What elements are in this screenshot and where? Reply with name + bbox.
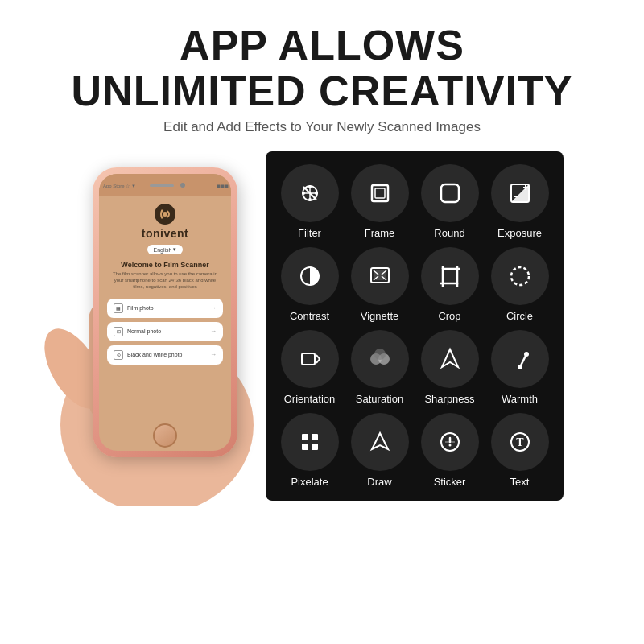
- svg-point-15: [308, 198, 312, 201]
- grid-item-frame[interactable]: Frame: [349, 164, 411, 239]
- grid-item-pixelate[interactable]: Pixelate: [279, 413, 341, 488]
- svg-rect-44: [302, 434, 308, 440]
- grid-item-vignette[interactable]: Vignette: [349, 247, 411, 322]
- menu-item-normal[interactable]: ⊡ Normal photo →: [107, 322, 223, 341]
- crop-label: Crop: [438, 310, 460, 322]
- grid-item-exposure[interactable]: Exposure: [489, 164, 551, 239]
- grid-item-contrast[interactable]: Contrast: [279, 247, 341, 322]
- svg-rect-28: [443, 269, 457, 283]
- svg-rect-18: [375, 188, 385, 198]
- grid-item-sharpness[interactable]: Sharpness: [419, 330, 481, 405]
- app-name: tonivent: [142, 227, 188, 240]
- grid-item-text[interactable]: T Text: [489, 413, 551, 488]
- content-area: App Store ☆ ▼ ◼◼◼: [0, 143, 644, 501]
- contrast-label: Contrast: [290, 310, 329, 322]
- svg-rect-17: [372, 185, 388, 201]
- home-button[interactable]: [153, 423, 177, 448]
- grid-item-saturation[interactable]: Saturation: [349, 330, 411, 405]
- round-icon-circle[interactable]: [421, 164, 479, 222]
- grid-item-sticker[interactable]: Sticker: [419, 413, 481, 488]
- svg-point-8: [163, 212, 167, 217]
- svg-marker-48: [372, 433, 388, 449]
- svg-point-43: [518, 365, 522, 369]
- warmth-icon-circle[interactable]: [491, 330, 549, 388]
- circle-icon-circle[interactable]: [491, 247, 549, 305]
- svg-text:T: T: [516, 436, 524, 448]
- svg-point-16: [302, 192, 305, 195]
- text-label: Text: [510, 476, 530, 488]
- grid-item-filter[interactable]: Filter: [279, 164, 341, 239]
- svg-rect-19: [441, 184, 459, 202]
- text-icon-circle[interactable]: T: [491, 413, 549, 471]
- frame-icon-circle[interactable]: [351, 164, 409, 222]
- header-subtitle: Edit and Add Effects to Your Newly Scann…: [0, 119, 644, 135]
- filter-label: Filter: [298, 227, 321, 239]
- vignette-label: Vignette: [361, 310, 398, 322]
- menu-item-bw[interactable]: ⊙ Black and white photo →: [107, 345, 223, 365]
- svg-point-13: [308, 185, 312, 188]
- circle-label: Circle: [506, 310, 533, 322]
- grid-item-round[interactable]: Round: [419, 164, 481, 239]
- header: APP ALLOWS UNLIMITED CREATIVITY Edit and…: [0, 0, 644, 143]
- film-icon: ▦: [114, 303, 123, 313]
- svg-rect-46: [302, 444, 308, 450]
- features-grid: Filter Frame Round: [279, 164, 551, 488]
- sticker-label: Sticker: [434, 476, 466, 488]
- grid-item-crop[interactable]: Crop: [419, 247, 481, 322]
- image-icon: ⊡: [114, 327, 123, 336]
- welcome-title: Welcome to Film Scanner: [121, 261, 208, 269]
- sharpness-label: Sharpness: [424, 393, 474, 405]
- menu-item-film[interactable]: ▦ Film photo →: [107, 299, 223, 318]
- svg-point-39: [374, 349, 386, 360]
- pixelate-label: Pixelate: [291, 476, 328, 488]
- saturation-label: Saturation: [356, 393, 403, 405]
- vignette-icon-circle[interactable]: [351, 247, 409, 305]
- phone-body: App Store ☆ ▼ ◼◼◼: [93, 167, 237, 457]
- round-label: Round: [434, 227, 464, 239]
- orientation-icon-circle[interactable]: [281, 330, 339, 388]
- svg-point-51: [448, 444, 451, 447]
- filter-icon-circle[interactable]: [281, 164, 339, 222]
- grid-item-orientation[interactable]: Orientation: [279, 330, 341, 405]
- exposure-label: Exposure: [497, 227, 542, 239]
- svg-point-14: [315, 192, 318, 195]
- saturation-icon-circle[interactable]: [351, 330, 409, 388]
- frame-label: Frame: [365, 227, 395, 239]
- svg-point-35: [511, 267, 529, 285]
- pixelate-icon-circle[interactable]: [281, 413, 339, 471]
- phone-screen: tonivent English ▾ Welcome to Film Scann…: [99, 196, 231, 420]
- grid-item-draw[interactable]: Draw: [349, 413, 411, 488]
- orientation-label: Orientation: [284, 393, 336, 405]
- draw-label: Draw: [367, 476, 391, 488]
- draw-icon-circle[interactable]: [351, 413, 409, 471]
- exposure-icon-circle[interactable]: [491, 164, 549, 222]
- features-grid-panel: Filter Frame Round: [266, 151, 564, 501]
- app-logo: tonivent: [142, 203, 188, 240]
- svg-rect-36: [302, 353, 315, 365]
- svg-marker-40: [442, 349, 458, 367]
- grid-item-warmth[interactable]: Warmth: [489, 330, 551, 405]
- header-title: APP ALLOWS UNLIMITED CREATIVITY: [0, 23, 644, 114]
- svg-marker-27: [374, 270, 386, 280]
- crop-icon-circle[interactable]: [421, 247, 479, 305]
- svg-rect-47: [312, 444, 318, 450]
- svg-rect-45: [312, 434, 318, 440]
- phone-mockup: App Store ☆ ▼ ◼◼◼: [80, 167, 250, 457]
- svg-point-42: [524, 352, 529, 357]
- grid-item-circle[interactable]: Circle: [489, 247, 551, 322]
- camera-icon: ⊙: [114, 350, 123, 360]
- sticker-icon-circle[interactable]: [421, 413, 479, 471]
- warmth-label: Warmth: [502, 393, 538, 405]
- phone-notch: App Store ☆ ▼ ◼◼◼: [99, 174, 231, 196]
- contrast-icon-circle[interactable]: [281, 247, 339, 305]
- language-selector[interactable]: English ▾: [147, 245, 184, 254]
- sharpness-icon-circle[interactable]: [421, 330, 479, 388]
- welcome-desc: The film scanner allows you to use the c…: [107, 271, 223, 290]
